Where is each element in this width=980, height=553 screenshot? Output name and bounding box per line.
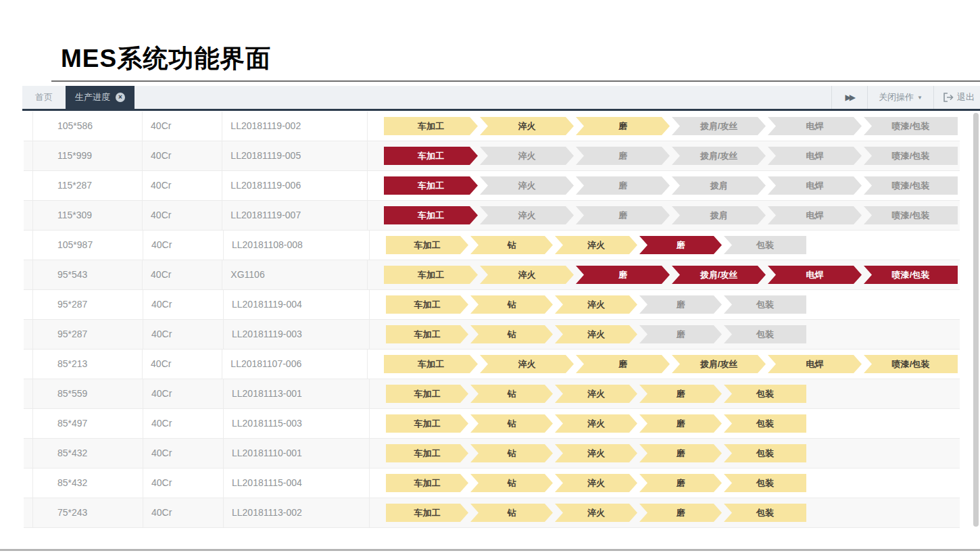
process-step: 钻 bbox=[470, 504, 553, 522]
process-step: 钻 bbox=[470, 444, 553, 462]
order-number-cell: LL20181119-005 bbox=[222, 141, 368, 170]
process-step: 喷漆/包装 bbox=[864, 147, 958, 165]
order-number-cell: LL20181110-001 bbox=[224, 439, 370, 468]
order-number-cell: LL20181119-006 bbox=[222, 171, 368, 200]
tab-toolbar: ▶▶ 关闭操作 ▼ 退出 bbox=[831, 86, 980, 109]
dimension-cell: 95*287 bbox=[33, 290, 143, 319]
process-flow: 车加工淬火磨拨肩电焊喷漆/包装 bbox=[368, 201, 960, 230]
table-row[interactable]: 115*999 40Cr LL20181119-005 车加工淬火磨拨肩/攻丝电… bbox=[24, 141, 960, 171]
process-flow: 车加工淬火磨拨肩/攻丝电焊喷漆/包装 bbox=[368, 141, 960, 170]
row-gutter-cell bbox=[24, 350, 33, 379]
table-row[interactable]: 85*213 40Cr LL20181107-006 车加工淬火磨拨肩/攻丝电焊… bbox=[24, 350, 960, 379]
dimension-cell: 85*497 bbox=[33, 409, 143, 438]
order-number-cell: LL20181113-002 bbox=[224, 498, 370, 527]
process-step: 拨肩/攻丝 bbox=[672, 355, 766, 373]
process-step: 车加工 bbox=[386, 444, 468, 462]
process-flow: 车加工钻淬火磨包装 bbox=[370, 439, 960, 468]
material-cell: 40Cr bbox=[143, 350, 222, 379]
table-row[interactable]: 105*987 40Cr LL20181108-008 车加工钻淬火磨包装 bbox=[24, 231, 960, 260]
fast-forward-icon[interactable]: ▶▶ bbox=[832, 86, 867, 109]
process-step: 磨 bbox=[576, 355, 670, 373]
process-step: 电焊 bbox=[768, 266, 862, 284]
dimension-cell: 115*999 bbox=[33, 141, 143, 170]
process-flow: 车加工淬火磨拨肩电焊喷漆/包装 bbox=[368, 171, 960, 200]
bottom-border bbox=[0, 549, 980, 551]
process-flow: 车加工钻淬火磨包装 bbox=[370, 290, 960, 319]
dimension-cell: 85*432 bbox=[33, 439, 143, 468]
process-step: 拨肩 bbox=[672, 176, 766, 195]
process-step: 拨肩 bbox=[672, 206, 766, 224]
process-step: 淬火 bbox=[555, 414, 637, 433]
dimension-cell: 105*586 bbox=[33, 112, 143, 141]
process-step: 车加工 bbox=[386, 385, 468, 403]
process-step: 喷漆/包装 bbox=[864, 206, 958, 224]
process-step: 钻 bbox=[470, 325, 553, 343]
close-operations-dropdown[interactable]: 关闭操作 ▼ bbox=[868, 86, 933, 109]
tab-bar: 首页 生产进度 × ▶▶ 关闭操作 ▼ 退出 bbox=[22, 86, 980, 111]
process-step: 车加工 bbox=[384, 266, 478, 284]
process-step: 喷漆/包装 bbox=[864, 355, 958, 373]
process-step: 包装 bbox=[724, 474, 806, 492]
process-step: 磨 bbox=[576, 117, 670, 135]
table-row[interactable]: 95*287 40Cr LL20181119-004 车加工钻淬火磨包装 bbox=[24, 290, 960, 320]
order-number-cell: LL20181115-004 bbox=[224, 468, 370, 498]
table-row[interactable]: 75*243 40Cr LL20181113-002 车加工钻淬火磨包装 bbox=[24, 498, 960, 528]
table-row[interactable]: 85*432 40Cr LL20181110-001 车加工钻淬火磨包装 bbox=[24, 439, 960, 468]
process-step: 车加工 bbox=[384, 147, 478, 165]
material-cell: 40Cr bbox=[143, 498, 224, 527]
process-step: 包装 bbox=[724, 504, 806, 522]
row-gutter-cell bbox=[24, 141, 33, 170]
table-row[interactable]: 85*497 40Cr LL20181115-003 车加工钻淬火磨包装 bbox=[24, 409, 960, 439]
row-gutter-cell bbox=[24, 409, 33, 438]
process-step: 车加工 bbox=[386, 414, 468, 433]
dimension-cell: 85*432 bbox=[33, 468, 143, 498]
order-number-cell: LL20181119-002 bbox=[222, 112, 368, 141]
row-gutter-cell bbox=[24, 320, 33, 349]
process-step: 车加工 bbox=[386, 474, 468, 492]
tab-production-progress[interactable]: 生产进度 × bbox=[66, 86, 134, 109]
material-cell: 40Cr bbox=[143, 231, 224, 260]
tab-close-icon[interactable]: × bbox=[116, 93, 125, 102]
material-cell: 40Cr bbox=[143, 379, 224, 408]
material-cell: 40Cr bbox=[143, 260, 222, 289]
process-step: 磨 bbox=[639, 444, 722, 462]
material-cell: 40Cr bbox=[143, 439, 224, 468]
process-step: 磨 bbox=[639, 414, 722, 433]
process-flow: 车加工钻淬火磨包装 bbox=[370, 231, 960, 260]
table-row[interactable]: 105*586 40Cr LL20181119-002 车加工淬火磨拨肩/攻丝电… bbox=[24, 112, 960, 141]
process-step: 钻 bbox=[470, 295, 553, 314]
process-step: 电焊 bbox=[768, 176, 862, 195]
tab-home[interactable]: 首页 bbox=[22, 86, 66, 109]
logout-icon bbox=[944, 93, 954, 102]
process-flow: 车加工钻淬火磨包装 bbox=[370, 409, 960, 438]
row-gutter-cell bbox=[24, 498, 33, 527]
dimension-cell: 115*287 bbox=[33, 171, 143, 200]
process-step: 磨 bbox=[576, 206, 670, 224]
table-row[interactable]: 115*287 40Cr LL20181119-006 车加工淬火磨拨肩电焊喷漆… bbox=[24, 171, 960, 201]
order-number-cell: XG1106 bbox=[222, 260, 368, 289]
dimension-cell: 95*543 bbox=[33, 260, 143, 289]
chevron-down-icon: ▼ bbox=[917, 95, 923, 101]
logout-button[interactable]: 退出 bbox=[934, 86, 980, 109]
process-step: 磨 bbox=[639, 236, 722, 254]
process-flow: 车加工淬火磨拨肩/攻丝电焊喷漆/包装 bbox=[368, 260, 960, 289]
process-step: 拨肩/攻丝 bbox=[672, 266, 766, 284]
process-step: 包装 bbox=[724, 236, 806, 254]
material-cell: 40Cr bbox=[143, 409, 224, 438]
table-row[interactable]: 85*559 40Cr LL20181113-001 车加工钻淬火磨包装 bbox=[24, 379, 960, 409]
row-gutter-cell bbox=[24, 112, 33, 141]
vertical-scrollbar[interactable] bbox=[973, 113, 979, 527]
process-step: 包装 bbox=[724, 444, 806, 462]
process-step: 磨 bbox=[639, 325, 722, 343]
process-step: 淬火 bbox=[480, 206, 574, 224]
table-row[interactable]: 85*432 40Cr LL20181115-004 车加工钻淬火磨包装 bbox=[24, 468, 960, 498]
table-row[interactable]: 95*287 40Cr LL20181119-003 车加工钻淬火磨包装 bbox=[24, 320, 960, 350]
process-flow: 车加工淬火磨拨肩/攻丝电焊喷漆/包装 bbox=[368, 112, 960, 141]
table-row[interactable]: 95*543 40Cr XG1106 车加工淬火磨拨肩/攻丝电焊喷漆/包装 bbox=[24, 260, 960, 290]
table-row[interactable]: 115*309 40Cr LL20181119-007 车加工淬火磨拨肩电焊喷漆… bbox=[24, 201, 960, 231]
process-step: 钻 bbox=[470, 236, 553, 254]
process-step: 磨 bbox=[576, 147, 670, 165]
process-step: 车加工 bbox=[386, 504, 468, 522]
process-flow: 车加工钻淬火磨包装 bbox=[370, 379, 960, 408]
row-gutter-cell bbox=[24, 260, 33, 289]
